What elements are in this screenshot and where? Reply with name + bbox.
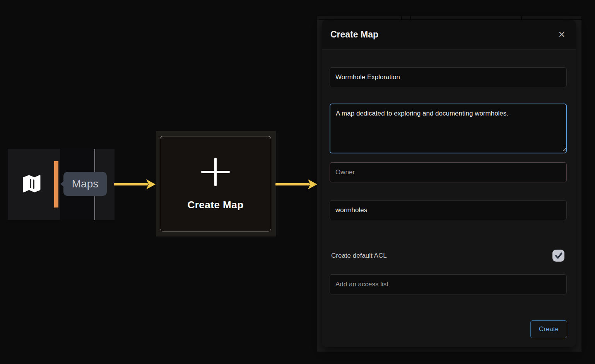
maps-icon[interactable]	[22, 173, 41, 194]
modal-body: A map dedicated to exploring and documen…	[322, 49, 576, 347]
modal-backdrop: Create Map ✕ A map dedicated to explorin…	[317, 16, 581, 352]
tooltip-arrow	[60, 181, 63, 187]
acl-label: Create default ACL	[331, 252, 387, 260]
create-map-modal: Create Map ✕ A map dedicated to explorin…	[322, 20, 576, 347]
access-list-input[interactable]	[330, 274, 567, 294]
background-tabs-strip	[317, 16, 581, 20]
create-map-card-frame: Create Map	[156, 131, 276, 236]
create-map-card[interactable]: Create Map	[160, 136, 271, 231]
flow-arrow-right	[275, 177, 318, 192]
tag-input[interactable]	[330, 200, 567, 220]
close-icon[interactable]: ✕	[556, 29, 567, 40]
create-map-card-label: Create Map	[187, 199, 243, 211]
maps-tooltip: Maps	[63, 172, 107, 196]
acl-checkbox[interactable]	[552, 250, 564, 262]
flow-arrow-left	[114, 177, 156, 192]
acl-row: Create default ACL	[331, 250, 567, 262]
create-button[interactable]: Create	[530, 320, 567, 338]
modal-header: Create Map ✕	[322, 20, 576, 49]
owner-input[interactable]	[330, 162, 567, 182]
plus-icon	[199, 156, 232, 188]
screenshot-stage: Maps Create Map	[0, 0, 595, 364]
background-tab-separator	[521, 16, 522, 20]
maps-tooltip-label: Maps	[72, 178, 98, 190]
check-icon	[554, 251, 563, 260]
sidebar-snippet: Maps	[8, 149, 115, 220]
modal-title: Create Map	[330, 29, 378, 40]
background-tab-separator	[410, 16, 411, 20]
active-accent-bar	[54, 161, 58, 208]
map-description-textarea[interactable]: A map dedicated to exploring and documen…	[330, 104, 567, 153]
map-name-input[interactable]	[330, 67, 567, 87]
background-tab-separator	[401, 16, 402, 20]
